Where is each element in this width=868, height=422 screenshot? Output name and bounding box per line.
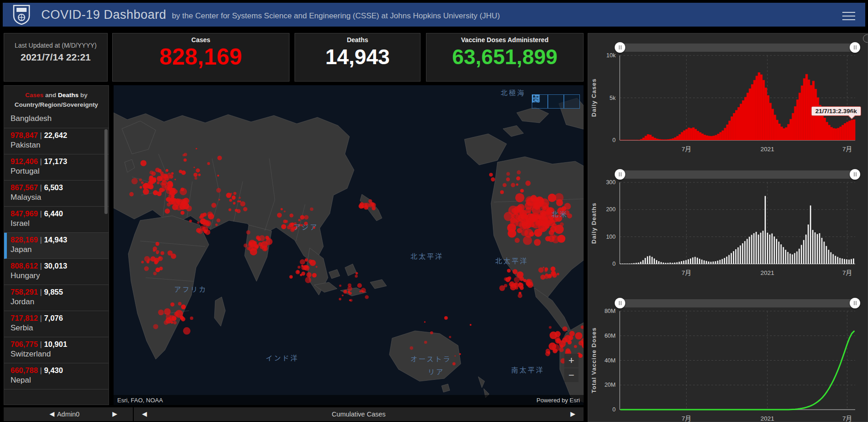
daily-cases-chart: Daily Cases 10k5k07月20217月 21/7/13:2.396… <box>588 42 868 161</box>
last-updated-label: Last Updated at (M/D/YYYY) <box>4 42 107 49</box>
svg-text:20M: 20M <box>605 382 616 388</box>
ocean-label: アジア <box>294 222 318 231</box>
list-item-country: Portugal <box>11 167 109 176</box>
ocean-label: 南太平洋 <box>511 365 544 374</box>
sidebar-scrollbar[interactable] <box>104 129 108 214</box>
list-item[interactable]: 808,612 | 30,013 Hungary <box>4 259 109 285</box>
map-toolbar <box>532 94 580 109</box>
hamburger-icon[interactable] <box>841 9 857 21</box>
list-item[interactable]: 867,567 | 6,503 Malaysia <box>4 181 109 207</box>
last-updated-panel: Last Updated at (M/D/YYYY) 2021/7/14 22:… <box>4 33 108 82</box>
legend-list-icon[interactable] <box>548 94 564 109</box>
svg-text:7月: 7月 <box>682 146 691 153</box>
list-item[interactable]: 912,406 | 17,173 Portugal <box>4 154 109 181</box>
total-vaccine-doses-plot: 80M60M40M20M07月20217月 <box>588 297 868 422</box>
map-canvas <box>114 85 584 405</box>
covid-dashboard: COVID-19 Dashboard by the Center for Sys… <box>0 0 868 422</box>
ocean-label: 北太平洋 <box>495 256 528 265</box>
ocean-label: オーストラ <box>410 354 451 363</box>
chart-tooltip: 21/7/13:2.396k <box>811 106 861 116</box>
daily-deaths-chart: Daily Deaths 30020010007月20217月 <box>588 169 868 285</box>
svg-text:7月: 7月 <box>682 415 691 422</box>
map-attribution: Esri, FAO, NOAA Powered by Esri <box>114 395 584 405</box>
svg-text:0: 0 <box>612 406 616 413</box>
list-item-numbers: 808,612 | 30,013 <box>11 262 109 270</box>
list-item[interactable]: 978,847 | 22,642 Pakistan <box>4 128 109 154</box>
svg-text:5k: 5k <box>610 95 616 101</box>
svg-text:100: 100 <box>606 234 616 240</box>
deaths-label: Deaths <box>295 36 420 44</box>
svg-text:60M: 60M <box>605 333 616 339</box>
cases-panel: Cases 828,169 <box>112 33 289 82</box>
list-item-numbers: 758,291 | 9,855 <box>11 288 109 296</box>
page-subtitle: by the Center for Systems Science and En… <box>172 9 500 21</box>
svg-text:7月: 7月 <box>682 269 691 276</box>
svg-text:0: 0 <box>612 137 616 143</box>
list-item-numbers: 912,406 | 17,173 <box>11 157 109 166</box>
svg-text:7月: 7月 <box>842 146 852 153</box>
list-item-numbers: 978,847 | 22,642 <box>11 131 109 140</box>
svg-text:80M: 80M <box>605 308 616 314</box>
cases-label: Cases <box>113 36 289 44</box>
vaccine-doses-value: 63,651,899 <box>426 44 583 70</box>
ocean-label: 北太平洋 <box>410 251 443 261</box>
ocean-label: リア <box>428 367 444 376</box>
daily-deaths-plot: 30020010007月20217月 <box>588 169 868 278</box>
daily-cases-plot: 10k5k07月20217月 <box>588 42 868 154</box>
list-item-country: Switzerland <box>11 350 109 359</box>
ocean-label: インド洋 <box>266 353 299 362</box>
admin-level-bar: ◀ Admin0 ▶ <box>4 407 133 421</box>
map-zoom-controls: + − <box>564 354 579 383</box>
ocean-label: 北極海 <box>501 88 525 97</box>
attribution-sources: Esri, FAO, NOAA <box>117 397 163 404</box>
next-arrow-icon[interactable]: ▶ <box>112 410 117 417</box>
list-item-numbers: 717,812 | 7,076 <box>11 314 109 323</box>
list-item-country: Nepal <box>11 376 109 385</box>
list-item[interactable]: 828,169 | 14,943 Japan <box>4 233 109 259</box>
ocean-label: アフリカ <box>174 284 207 294</box>
total-vaccine-doses-chart: Total Vaccine Doses 80M60M40M20M07月20217… <box>588 297 868 422</box>
prev-arrow-icon[interactable]: ◀ <box>142 410 147 417</box>
svg-text:200: 200 <box>606 206 616 213</box>
title-deaths: Deaths <box>58 92 78 99</box>
map-mode-bar: ◀ Cumulative Cases ▶ <box>134 407 584 421</box>
admin-level-label: Admin0 <box>57 411 79 418</box>
list-item[interactable]: 660,788 | 9,430 Nepal <box>4 363 109 389</box>
zoom-out-button[interactable]: − <box>564 368 579 382</box>
svg-text:0: 0 <box>612 261 616 267</box>
svg-text:2021: 2021 <box>760 269 774 276</box>
map-mode-label: Cumulative Cases <box>332 411 386 418</box>
list-item-numbers: 660,788 | 9,430 <box>11 366 109 375</box>
list-item-numbers: 867,567 | 6,503 <box>11 183 109 192</box>
list-item[interactable]: Bangladesh <box>4 112 109 128</box>
map-landmasses <box>114 98 584 402</box>
list-item-country: Serbia <box>11 323 109 333</box>
page-title: COVID-19 Dashboard <box>41 8 166 22</box>
list-item-numbers: 828,169 | 14,943 <box>11 236 109 244</box>
app-header: COVID-19 Dashboard by the Center for Sys… <box>3 3 865 27</box>
svg-text:10k: 10k <box>606 52 616 59</box>
basemap-grid-icon[interactable] <box>564 94 580 109</box>
svg-text:300: 300 <box>606 179 616 186</box>
country-list-title: Cases and Deaths by Country/Region/Sover… <box>4 86 109 110</box>
list-item[interactable]: 758,291 | 9,855 Jordan <box>4 285 109 311</box>
list-item-country: Pakistan <box>11 141 109 150</box>
svg-text:2021: 2021 <box>760 146 774 153</box>
zoom-in-button[interactable]: + <box>564 354 579 367</box>
prev-arrow-icon[interactable]: ◀ <box>49 410 55 417</box>
jhu-shield-icon <box>13 5 30 25</box>
vaccine-doses-panel: Vaccine Doses Administered 63,651,899 <box>426 33 584 82</box>
attribution-esri[interactable]: Powered by Esri <box>536 397 580 404</box>
country-list: Bangladesh 978,847 | 22,642 Pakistan 912… <box>4 112 109 405</box>
list-item[interactable]: 847,969 | 6,440 Israel <box>4 207 109 233</box>
list-item-country: Israel <box>11 219 109 228</box>
list-item[interactable]: 706,775 | 10,901 Switzerland <box>4 337 109 363</box>
svg-text:7月: 7月 <box>842 415 852 422</box>
list-item[interactable]: 717,812 | 7,076 Serbia <box>4 311 109 337</box>
list-item-country: Japan <box>11 245 109 254</box>
next-arrow-icon[interactable]: ▶ <box>570 410 575 417</box>
world-map[interactable]: 北極海アジア北太平洋北太平洋北米アフリカインド洋オーストラリア南太平洋 + − <box>114 85 584 405</box>
list-item-country: Malaysia <box>11 193 109 202</box>
cases-value: 828,169 <box>113 44 289 70</box>
list-item-numbers: 847,969 | 6,440 <box>11 209 109 218</box>
